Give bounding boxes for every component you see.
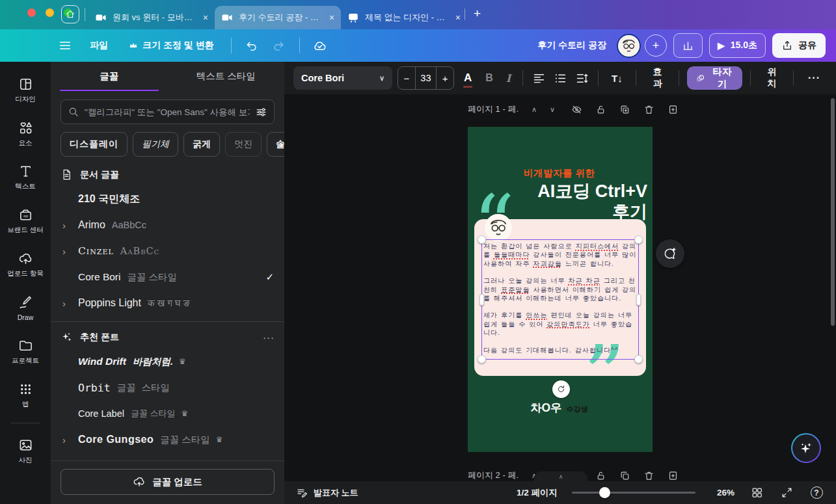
font-row-core-gungseo[interactable]: › Core Gungseo 글꼴 스타일 ♛ — [51, 427, 284, 453]
browser-tab-1[interactable]: 원회 vs 윈터 - 모바일 ... × — [88, 6, 215, 29]
sidebar-item-text[interactable]: 텍스트 — [3, 155, 48, 199]
zoom-slider-thumb[interactable] — [599, 487, 610, 498]
font-search-input[interactable] — [85, 107, 250, 117]
close-icon[interactable]: × — [203, 12, 208, 23]
resize-handle-left[interactable] — [479, 294, 484, 306]
list-button[interactable] — [552, 68, 569, 88]
browser-tab-3[interactable]: 제목 없는 디자인 - 프레... × — [341, 6, 467, 29]
font-row-core-label[interactable]: Core Label 글꼴 스타일 ♛ — [51, 401, 284, 427]
text-color-button[interactable]: A — [459, 72, 476, 85]
chevron-right-icon[interactable]: › — [62, 246, 78, 257]
delete-page-button[interactable] — [643, 103, 654, 115]
resize-handle-bottom-left[interactable] — [478, 355, 486, 364]
review-paragraph[interactable]: 제가 후기를 안쓰는 편인데 오늘 강의는 너무 쉽게 들을 수 있어 강의만족… — [483, 311, 638, 337]
sidebar-item-apps[interactable]: 앱 — [3, 373, 48, 417]
main-menu-button[interactable] — [53, 34, 77, 57]
play-button[interactable]: ▶ 15.0초 — [709, 33, 766, 58]
font-row-core-bori-selected[interactable]: Core Bori 글꼴 스타일 ✓ — [51, 264, 284, 290]
font-row-poppins-light[interactable]: › Poppins Light क ख ग घ ङ — [51, 290, 284, 316]
chevron-right-icon[interactable]: › — [62, 298, 78, 309]
animate-typewriter-button[interactable]: 타자기 — [687, 66, 742, 90]
position-button[interactable]: 위치 — [759, 66, 785, 90]
sidebar-item-brand-center[interactable]: co 브랜드 센터 — [3, 199, 48, 243]
rotate-handle[interactable] — [552, 380, 570, 398]
duplicate-page-button[interactable] — [619, 470, 630, 481]
share-button[interactable]: 공유 — [772, 33, 826, 58]
design-page-1[interactable]: 비개발자를 위한 AI코딩 Ctrl+V 후기 “ 저는 환갑이 넘은 사람으로… — [468, 127, 653, 452]
chevron-right-icon[interactable]: › — [62, 220, 78, 231]
sidebar-item-photos[interactable]: 사진 — [3, 429, 48, 473]
sidebar-item-projects[interactable]: 프로젝트 — [3, 330, 48, 373]
review-avatar[interactable] — [485, 214, 512, 241]
add-page-button[interactable] — [667, 103, 679, 115]
presenter-notes-button[interactable]: 발표자 노트 — [296, 487, 358, 499]
review-paragraph[interactable]: 그러나 오늘 강의는 너무 차근 차근 그리고 천천히 표준말을 사용하면서 이… — [483, 276, 638, 302]
canvas-scrollbar[interactable] — [831, 98, 835, 326]
italic-button[interactable]: I — [502, 72, 515, 85]
bold-button[interactable]: B — [481, 72, 497, 84]
resize-button[interactable]: 크기 조정 및 변환 — [121, 34, 222, 57]
font-row-arimo[interactable]: › Arimo AaBbCc — [51, 212, 284, 238]
grid-view-button[interactable] — [749, 485, 764, 501]
chip-cool[interactable]: 멋진 — [225, 132, 262, 157]
window-minimize-button[interactable] — [46, 8, 54, 17]
font-row-orbit[interactable]: Orbit 글꼴 스타일 — [51, 375, 284, 401]
help-button[interactable]: ? — [809, 485, 824, 501]
vertical-text-button[interactable]: T↓ — [606, 73, 628, 84]
sidebar-item-draw[interactable]: Draw — [3, 286, 48, 330]
add-member-button[interactable]: + — [645, 34, 667, 57]
effects-button[interactable]: 효과 — [644, 66, 671, 90]
chevron-right-icon[interactable]: › — [62, 434, 78, 445]
page-1-label[interactable]: 페이지 1 - 페. — [468, 103, 519, 115]
avatar[interactable] — [617, 34, 641, 58]
page-2-label[interactable]: 페이지 2 - 페. — [468, 470, 519, 481]
resize-handle-top-left[interactable] — [478, 235, 486, 244]
tab-text-styles[interactable]: 텍스트 스타일 — [168, 62, 285, 91]
review-author[interactable]: 차O우 수강생 — [530, 400, 588, 416]
ai-assistant-button[interactable] — [791, 433, 821, 463]
insights-button[interactable] — [673, 33, 703, 58]
move-page-down-icon[interactable]: ∨ — [550, 105, 555, 114]
lock-page-button[interactable] — [595, 103, 606, 115]
font-size-decrease-button[interactable]: − — [398, 67, 415, 89]
chip-bold[interactable]: 굵게 — [183, 132, 220, 157]
chevron-right-icon[interactable]: › — [279, 138, 283, 151]
resize-handle-bottom-right[interactable] — [634, 355, 643, 364]
resize-handle-right[interactable] — [636, 294, 641, 306]
font-size-increase-button[interactable]: + — [437, 67, 453, 89]
hide-page-button[interactable] — [571, 103, 582, 115]
review-paragraph[interactable]: 저는 환갑이 넘은 사람으로 지피터스에서 강의를 들을때마다 강사들이 전문용… — [483, 242, 638, 268]
window-close-button[interactable] — [27, 8, 36, 17]
resize-handle-top-right[interactable] — [634, 235, 643, 244]
font-row-210-gukmin[interactable]: 210 국민체조 — [51, 186, 284, 212]
document-title[interactable]: 후기 수토리 공장 — [537, 40, 606, 51]
browser-tab-2-active[interactable]: 후기 수토리 공장 - 스토리 × — [215, 6, 341, 29]
font-row-wind-drift[interactable]: Wind Drift 바람처럼. ♛ — [51, 349, 284, 375]
add-page-button[interactable] — [667, 470, 679, 481]
sidebar-item-uploads[interactable]: 업로드 항목 — [3, 243, 48, 286]
font-family-dropdown[interactable]: Core Bori ∨ — [293, 66, 392, 90]
cloud-save-status-button[interactable] — [309, 34, 331, 57]
font-row-cinzel[interactable]: › Cinzel AaBbCc — [51, 238, 284, 264]
undo-button[interactable] — [241, 34, 263, 57]
sidebar-item-design[interactable]: 디자인 — [3, 68, 48, 112]
duplicate-page-button[interactable] — [619, 103, 630, 115]
more-options-icon[interactable]: ··· — [263, 332, 275, 343]
chip-handwriting[interactable]: 필기체 — [133, 132, 178, 157]
home-button[interactable] — [61, 5, 79, 23]
selected-text-box[interactable]: 저는 환갑이 넘은 사람으로 지피터스에서 강의를 들을때마다 강사들이 전문용… — [481, 239, 639, 360]
collapse-pages-tab[interactable]: ∧ — [534, 471, 587, 481]
filter-sliders-icon[interactable] — [255, 106, 267, 118]
new-tab-button[interactable]: + — [474, 7, 481, 21]
tab-fonts[interactable]: 글꼴 — [51, 62, 168, 91]
design-title-text[interactable]: AI코딩 Ctrl+V 후기 — [537, 181, 647, 223]
close-icon[interactable]: × — [329, 12, 334, 23]
review-paragraph[interactable]: 다음 강의도 기대해봅니다. 감사합니다^^ — [483, 346, 638, 354]
file-menu-button[interactable]: 파일 — [82, 34, 116, 57]
sidebar-item-elements[interactable]: 요소 — [3, 112, 48, 155]
zoom-level[interactable]: 26% — [710, 488, 735, 497]
zoom-slider[interactable] — [572, 492, 695, 494]
lock-page-button[interactable] — [595, 470, 606, 481]
font-size-value[interactable]: 33 — [415, 67, 437, 89]
text-align-button[interactable] — [531, 68, 547, 88]
